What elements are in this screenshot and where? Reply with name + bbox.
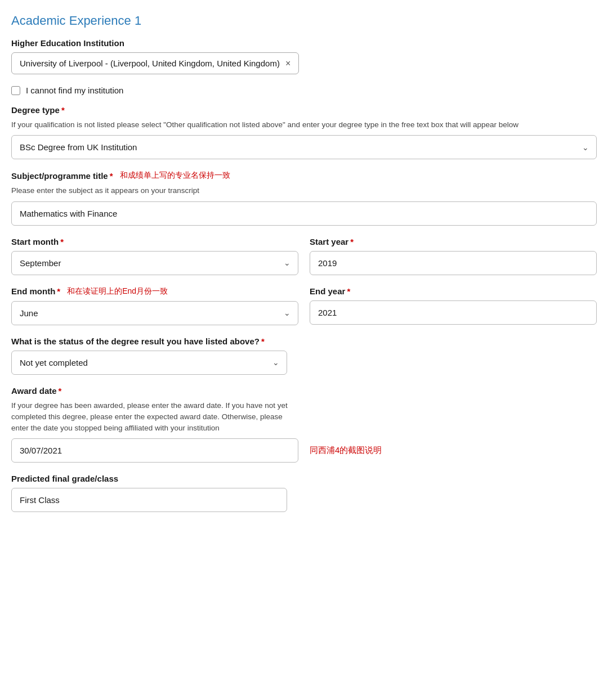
degree-status-required: * [261, 336, 265, 346]
award-date-input[interactable]: 30/07/2021 [11, 438, 298, 463]
degree-status-select-wrapper: Not yet completed Completed - Awaiting R… [11, 351, 287, 375]
start-year-label: Start year* [310, 237, 597, 246]
page-title: Academic Experience 1 [11, 14, 597, 28]
end-month-required: * [57, 286, 60, 296]
grade-annotation: 同西浦4的截图说明 [310, 445, 382, 456]
start-year-input[interactable]: 2019 [310, 251, 597, 275]
subject-hint: Please enter the subject as it appears o… [11, 185, 597, 196]
degree-type-section: Degree type* If your qualification is no… [11, 105, 597, 159]
subject-annotation: 和成绩单上写的专业名保持一致 [120, 170, 230, 181]
end-year-required: * [347, 286, 350, 296]
cannot-find-checkbox[interactable] [11, 86, 20, 95]
end-month-label: End month* [11, 286, 60, 296]
end-month-label-row: End month* 和在读证明上的End月份一致 [11, 286, 298, 297]
start-year-required: * [350, 237, 354, 246]
award-date-hint: If your degree has been awarded, please … [11, 400, 298, 434]
degree-type-label: Degree type* [11, 105, 597, 115]
grade-label: Predicted final grade/class [11, 474, 287, 483]
grade-input[interactable]: First Class [11, 488, 287, 512]
end-month-select[interactable]: JanuaryFebruaryMarch AprilMayJune JulyAu… [11, 301, 298, 325]
end-date-section: End month* 和在读证明上的End月份一致 JanuaryFebruar… [11, 286, 597, 325]
subject-label-row: Subject/programme title* 和成绩单上写的专业名保持一致 [11, 170, 597, 181]
award-date-annotation-col: 同西浦4的截图说明 [310, 386, 597, 463]
degree-type-select[interactable]: BSc Degree from UK Institution BA Degree… [11, 135, 597, 159]
start-month-select-wrapper: JanuaryFebruaryMarch AprilMayJune JulyAu… [11, 251, 298, 275]
institution-label: Higher Education Institution [11, 38, 597, 48]
end-year-section: End year* 2021 [310, 286, 597, 325]
end-month-annotation: 和在读证明上的End月份一致 [67, 286, 168, 297]
degree-type-required: * [61, 105, 65, 115]
cannot-find-row: I cannot find my institution [11, 86, 597, 95]
degree-status-section: What is the status of the degree result … [11, 336, 287, 375]
subject-required: * [110, 171, 113, 181]
subject-label: Subject/programme title* [11, 171, 113, 181]
award-date-required: * [59, 386, 62, 396]
award-date-label: Award date* [11, 386, 298, 396]
cannot-find-label[interactable]: I cannot find my institution [26, 86, 123, 95]
subject-input[interactable]: Mathematics with Finance [11, 201, 597, 226]
institution-remove-button[interactable]: × [285, 59, 290, 68]
end-year-label: End year* [310, 286, 597, 296]
grade-section: Predicted final grade/class First Class [11, 474, 287, 512]
date-section: Start month* JanuaryFebruaryMarch AprilM… [11, 237, 597, 275]
degree-status-label: What is the status of the degree result … [11, 336, 287, 346]
degree-type-hint: If your qualification is not listed plea… [11, 119, 597, 131]
start-year-section: Start year* 2019 [310, 237, 597, 275]
institution-tag: University of Liverpool - (Liverpool, Un… [11, 52, 299, 74]
award-date-row: Award date* If your degree has been awar… [11, 386, 597, 463]
institution-section: Higher Education Institution University … [11, 38, 597, 74]
start-month-label: Start month* [11, 237, 298, 246]
award-date-section: Award date* If your degree has been awar… [11, 386, 298, 463]
start-month-required: * [60, 237, 64, 246]
end-year-input[interactable]: 2021 [310, 300, 597, 325]
subject-section: Subject/programme title* 和成绩单上写的专业名保持一致 … [11, 170, 597, 225]
degree-status-select[interactable]: Not yet completed Completed - Awaiting R… [11, 351, 287, 375]
start-month-section: Start month* JanuaryFebruaryMarch AprilM… [11, 237, 298, 275]
institution-value: University of Liverpool - (Liverpool, Un… [20, 59, 280, 68]
end-month-section: End month* 和在读证明上的End月份一致 JanuaryFebruar… [11, 286, 298, 325]
start-month-select[interactable]: JanuaryFebruaryMarch AprilMayJune JulyAu… [11, 251, 298, 275]
end-month-select-wrapper: JanuaryFebruaryMarch AprilMayJune JulyAu… [11, 301, 298, 325]
degree-type-select-wrapper: BSc Degree from UK Institution BA Degree… [11, 135, 597, 159]
